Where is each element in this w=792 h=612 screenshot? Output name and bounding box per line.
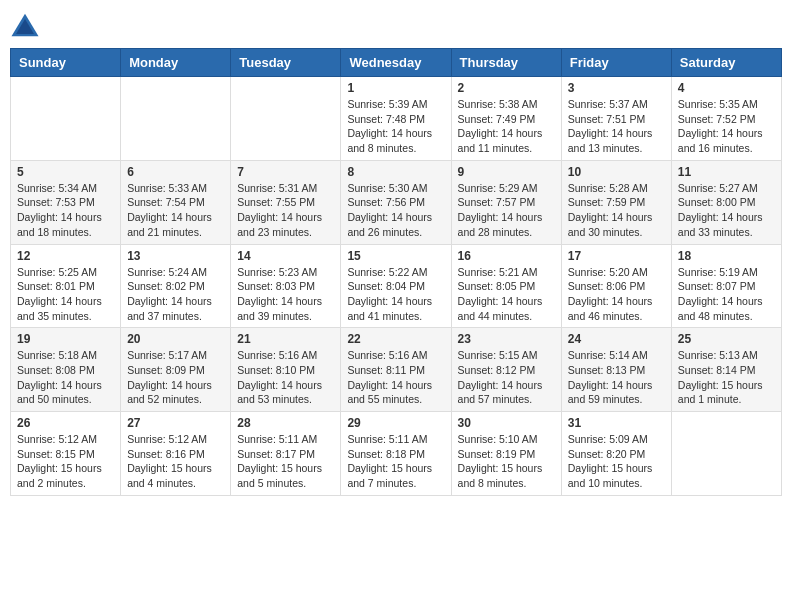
day-info: Sunrise: 5:16 AM Sunset: 8:11 PM Dayligh…	[347, 348, 444, 407]
day-number: 8	[347, 165, 444, 179]
day-number: 4	[678, 81, 775, 95]
weekday-header-cell: Wednesday	[341, 49, 451, 77]
logo	[10, 10, 44, 40]
day-number: 11	[678, 165, 775, 179]
calendar-cell: 21Sunrise: 5:16 AM Sunset: 8:10 PM Dayli…	[231, 328, 341, 412]
day-info: Sunrise: 5:31 AM Sunset: 7:55 PM Dayligh…	[237, 181, 334, 240]
day-number: 22	[347, 332, 444, 346]
day-info: Sunrise: 5:11 AM Sunset: 8:18 PM Dayligh…	[347, 432, 444, 491]
calendar-cell: 13Sunrise: 5:24 AM Sunset: 8:02 PM Dayli…	[121, 244, 231, 328]
day-number: 29	[347, 416, 444, 430]
calendar-cell: 31Sunrise: 5:09 AM Sunset: 8:20 PM Dayli…	[561, 412, 671, 496]
calendar-cell: 16Sunrise: 5:21 AM Sunset: 8:05 PM Dayli…	[451, 244, 561, 328]
weekday-header-cell: Saturday	[671, 49, 781, 77]
calendar-cell: 6Sunrise: 5:33 AM Sunset: 7:54 PM Daylig…	[121, 160, 231, 244]
calendar-cell: 23Sunrise: 5:15 AM Sunset: 8:12 PM Dayli…	[451, 328, 561, 412]
day-info: Sunrise: 5:25 AM Sunset: 8:01 PM Dayligh…	[17, 265, 114, 324]
calendar-cell: 8Sunrise: 5:30 AM Sunset: 7:56 PM Daylig…	[341, 160, 451, 244]
page-header	[10, 10, 782, 40]
calendar-cell: 30Sunrise: 5:10 AM Sunset: 8:19 PM Dayli…	[451, 412, 561, 496]
day-number: 18	[678, 249, 775, 263]
day-info: Sunrise: 5:11 AM Sunset: 8:17 PM Dayligh…	[237, 432, 334, 491]
calendar-table: SundayMondayTuesdayWednesdayThursdayFrid…	[10, 48, 782, 496]
calendar-cell: 2Sunrise: 5:38 AM Sunset: 7:49 PM Daylig…	[451, 77, 561, 161]
calendar-cell	[671, 412, 781, 496]
day-info: Sunrise: 5:20 AM Sunset: 8:06 PM Dayligh…	[568, 265, 665, 324]
day-number: 12	[17, 249, 114, 263]
calendar-cell	[11, 77, 121, 161]
day-info: Sunrise: 5:38 AM Sunset: 7:49 PM Dayligh…	[458, 97, 555, 156]
day-number: 19	[17, 332, 114, 346]
calendar-cell: 20Sunrise: 5:17 AM Sunset: 8:09 PM Dayli…	[121, 328, 231, 412]
weekday-header-cell: Sunday	[11, 49, 121, 77]
calendar-cell: 27Sunrise: 5:12 AM Sunset: 8:16 PM Dayli…	[121, 412, 231, 496]
weekday-header-cell: Thursday	[451, 49, 561, 77]
day-info: Sunrise: 5:21 AM Sunset: 8:05 PM Dayligh…	[458, 265, 555, 324]
day-number: 28	[237, 416, 334, 430]
calendar-week-row: 12Sunrise: 5:25 AM Sunset: 8:01 PM Dayli…	[11, 244, 782, 328]
day-info: Sunrise: 5:10 AM Sunset: 8:19 PM Dayligh…	[458, 432, 555, 491]
calendar-week-row: 1Sunrise: 5:39 AM Sunset: 7:48 PM Daylig…	[11, 77, 782, 161]
day-number: 23	[458, 332, 555, 346]
day-info: Sunrise: 5:37 AM Sunset: 7:51 PM Dayligh…	[568, 97, 665, 156]
weekday-header-row: SundayMondayTuesdayWednesdayThursdayFrid…	[11, 49, 782, 77]
calendar-cell: 3Sunrise: 5:37 AM Sunset: 7:51 PM Daylig…	[561, 77, 671, 161]
calendar-cell: 10Sunrise: 5:28 AM Sunset: 7:59 PM Dayli…	[561, 160, 671, 244]
day-info: Sunrise: 5:22 AM Sunset: 8:04 PM Dayligh…	[347, 265, 444, 324]
calendar-week-row: 5Sunrise: 5:34 AM Sunset: 7:53 PM Daylig…	[11, 160, 782, 244]
day-number: 25	[678, 332, 775, 346]
calendar-cell: 19Sunrise: 5:18 AM Sunset: 8:08 PM Dayli…	[11, 328, 121, 412]
calendar-cell: 5Sunrise: 5:34 AM Sunset: 7:53 PM Daylig…	[11, 160, 121, 244]
day-number: 1	[347, 81, 444, 95]
day-number: 3	[568, 81, 665, 95]
calendar-cell: 26Sunrise: 5:12 AM Sunset: 8:15 PM Dayli…	[11, 412, 121, 496]
day-info: Sunrise: 5:27 AM Sunset: 8:00 PM Dayligh…	[678, 181, 775, 240]
calendar-week-row: 19Sunrise: 5:18 AM Sunset: 8:08 PM Dayli…	[11, 328, 782, 412]
day-info: Sunrise: 5:29 AM Sunset: 7:57 PM Dayligh…	[458, 181, 555, 240]
day-info: Sunrise: 5:30 AM Sunset: 7:56 PM Dayligh…	[347, 181, 444, 240]
day-number: 31	[568, 416, 665, 430]
calendar-cell: 22Sunrise: 5:16 AM Sunset: 8:11 PM Dayli…	[341, 328, 451, 412]
calendar-cell: 24Sunrise: 5:14 AM Sunset: 8:13 PM Dayli…	[561, 328, 671, 412]
day-info: Sunrise: 5:12 AM Sunset: 8:16 PM Dayligh…	[127, 432, 224, 491]
day-info: Sunrise: 5:13 AM Sunset: 8:14 PM Dayligh…	[678, 348, 775, 407]
day-number: 9	[458, 165, 555, 179]
day-number: 2	[458, 81, 555, 95]
day-number: 15	[347, 249, 444, 263]
logo-icon	[10, 10, 40, 40]
day-number: 5	[17, 165, 114, 179]
day-info: Sunrise: 5:14 AM Sunset: 8:13 PM Dayligh…	[568, 348, 665, 407]
day-number: 16	[458, 249, 555, 263]
day-info: Sunrise: 5:28 AM Sunset: 7:59 PM Dayligh…	[568, 181, 665, 240]
day-info: Sunrise: 5:23 AM Sunset: 8:03 PM Dayligh…	[237, 265, 334, 324]
weekday-header-cell: Friday	[561, 49, 671, 77]
calendar-cell: 4Sunrise: 5:35 AM Sunset: 7:52 PM Daylig…	[671, 77, 781, 161]
day-info: Sunrise: 5:24 AM Sunset: 8:02 PM Dayligh…	[127, 265, 224, 324]
calendar-cell: 18Sunrise: 5:19 AM Sunset: 8:07 PM Dayli…	[671, 244, 781, 328]
weekday-header-cell: Tuesday	[231, 49, 341, 77]
day-number: 20	[127, 332, 224, 346]
day-info: Sunrise: 5:19 AM Sunset: 8:07 PM Dayligh…	[678, 265, 775, 324]
calendar-cell: 7Sunrise: 5:31 AM Sunset: 7:55 PM Daylig…	[231, 160, 341, 244]
calendar-cell: 1Sunrise: 5:39 AM Sunset: 7:48 PM Daylig…	[341, 77, 451, 161]
calendar-cell: 11Sunrise: 5:27 AM Sunset: 8:00 PM Dayli…	[671, 160, 781, 244]
calendar-cell: 15Sunrise: 5:22 AM Sunset: 8:04 PM Dayli…	[341, 244, 451, 328]
day-number: 17	[568, 249, 665, 263]
day-number: 7	[237, 165, 334, 179]
day-info: Sunrise: 5:16 AM Sunset: 8:10 PM Dayligh…	[237, 348, 334, 407]
day-number: 10	[568, 165, 665, 179]
calendar-cell: 17Sunrise: 5:20 AM Sunset: 8:06 PM Dayli…	[561, 244, 671, 328]
calendar-cell: 25Sunrise: 5:13 AM Sunset: 8:14 PM Dayli…	[671, 328, 781, 412]
day-number: 30	[458, 416, 555, 430]
day-number: 24	[568, 332, 665, 346]
calendar-cell: 28Sunrise: 5:11 AM Sunset: 8:17 PM Dayli…	[231, 412, 341, 496]
day-info: Sunrise: 5:34 AM Sunset: 7:53 PM Dayligh…	[17, 181, 114, 240]
calendar-cell	[121, 77, 231, 161]
calendar-body: 1Sunrise: 5:39 AM Sunset: 7:48 PM Daylig…	[11, 77, 782, 496]
calendar-cell: 14Sunrise: 5:23 AM Sunset: 8:03 PM Dayli…	[231, 244, 341, 328]
day-info: Sunrise: 5:15 AM Sunset: 8:12 PM Dayligh…	[458, 348, 555, 407]
day-info: Sunrise: 5:09 AM Sunset: 8:20 PM Dayligh…	[568, 432, 665, 491]
day-info: Sunrise: 5:39 AM Sunset: 7:48 PM Dayligh…	[347, 97, 444, 156]
day-number: 27	[127, 416, 224, 430]
day-number: 13	[127, 249, 224, 263]
